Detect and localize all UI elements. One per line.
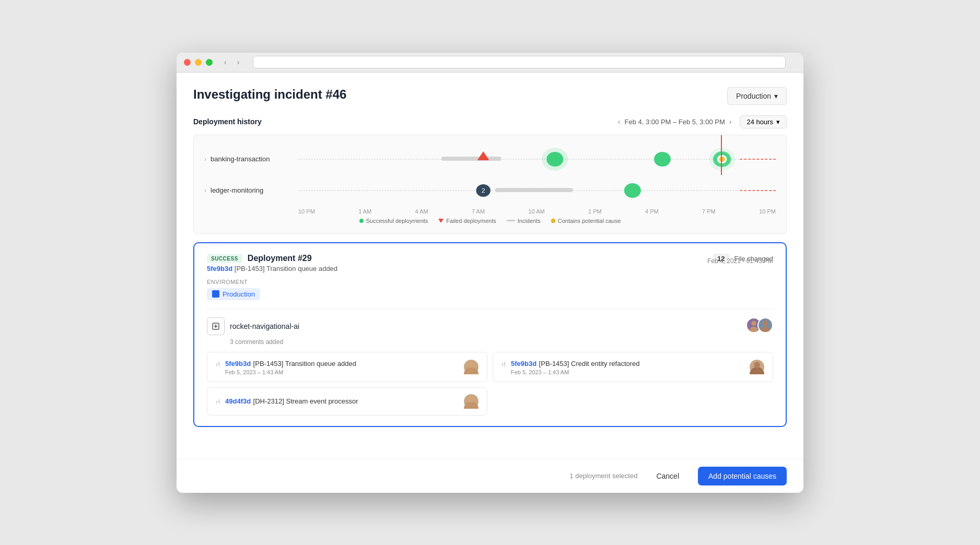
svg-point-19 (761, 326, 770, 332)
expand-icon: › (204, 187, 206, 194)
svg-point-25 (468, 396, 474, 402)
chart-svg-banking (298, 144, 776, 175)
selected-count: 1 deployment selected (569, 472, 637, 480)
commit-hash-link-0[interactable]: 5fe9b3d (225, 360, 251, 368)
repo-left: rocket-navigational-ai (207, 317, 299, 335)
svg-point-18 (763, 321, 767, 325)
titlebar: ‹ › (177, 53, 803, 73)
repo-section: rocket-navigational-ai (207, 317, 773, 335)
commit-card-1: ⑁ 5fe9b3d [PB-1453] Credit entity refact… (493, 352, 773, 382)
time-label-7: 7 PM (702, 208, 716, 215)
chart-row-content-ledger: 2 (298, 175, 776, 206)
env-name: Production (223, 290, 255, 298)
time-label-1: 1 AM (358, 208, 371, 215)
row-name: banking-transaction (211, 155, 270, 163)
deployment-card: SUCCESS Deployment #29 12 File changed F… (193, 242, 787, 427)
commit-card-left-2: ⑁ 49d4f3d [DH-2312] Stream event process… (216, 396, 358, 407)
chart-row-label-ledger[interactable]: › ledger-monitoring (204, 186, 298, 194)
commit-message-text-2: [DH-2312] Stream event processor (253, 397, 358, 405)
page-header: Investigating incident #46 Production ▾ (193, 87, 787, 105)
time-label-2: 4 AM (415, 208, 428, 215)
commit-hash-date-1: 5fe9b3d [PB-1453] Credit entity refactor… (511, 359, 640, 368)
chart-row-label-banking[interactable]: › banking-transaction (204, 155, 298, 163)
commit-branch-icon-0: ⑁ (216, 360, 220, 368)
commit-branch-icon-2: ⑁ (216, 397, 220, 406)
commit-branch-icon-1: ⑁ (501, 360, 506, 368)
commit-message-text-1: [PB-1453] Credit entity refactored (539, 360, 640, 368)
commit-hash-link-1[interactable]: 5fe9b3d (511, 360, 536, 368)
bottom-bar: 1 deployment selected Cancel Add potenti… (177, 459, 803, 493)
main-window: ‹ › Investigating incident #46 Productio… (177, 53, 803, 493)
commit-message: 5fe9b3d [PB-1453] Transition queue added (207, 265, 773, 272)
add-potential-causes-button[interactable]: Add potential causes (698, 467, 787, 485)
commit-card-left-1: ⑁ 5fe9b3d [PB-1453] Credit entity refact… (501, 359, 640, 375)
time-label-8: 10 PM (759, 208, 776, 215)
time-axis: 10 PM 1 AM 4 AM 7 AM 10 AM 1 PM 4 PM 7 P… (194, 208, 786, 215)
next-time-button[interactable]: › (729, 117, 732, 126)
back-button[interactable]: ‹ (221, 57, 230, 67)
legend-potential-cause-label: Contains potential cause (558, 218, 621, 224)
prev-time-button[interactable]: ‹ (618, 117, 621, 126)
expand-icon: › (204, 156, 206, 163)
comments-count: 3 comments added (230, 338, 773, 346)
repo-name: rocket-navigational-ai (230, 322, 299, 330)
commit-hash-date-0: 5fe9b3d [PB-1453] Transition queue added (225, 359, 356, 368)
time-range: ‹ Feb 4, 3:00 PM – Feb 5, 3:00 PM › (618, 117, 732, 126)
repo-icon (207, 317, 225, 335)
chart-row-ledger: › ledger-monitoring 2 (204, 175, 776, 206)
svg-point-13 (624, 183, 641, 198)
commit-hash-date-2: 49d4f3d [DH-2312] Stream event processor (225, 396, 358, 406)
commits-grid: ⑁ 5fe9b3d [PB-1453] Transition queue add… (207, 352, 773, 416)
chevron-down-icon: ▾ (776, 118, 780, 126)
legend-successful: Successful deployments (359, 218, 428, 224)
nav-buttons: ‹ › (221, 57, 242, 67)
chart-row-content-banking (298, 144, 776, 175)
legend-successful-label: Successful deployments (366, 218, 428, 224)
time-label-4: 10 AM (528, 208, 544, 215)
maximize-button[interactable] (206, 59, 213, 66)
forward-button[interactable]: › (234, 57, 243, 67)
chart-row-banking: › banking-transaction (204, 144, 776, 175)
hours-selector[interactable]: 24 hours ▾ (740, 115, 787, 128)
minimize-button[interactable] (195, 59, 202, 66)
legend-failed-label: Failed deployments (446, 218, 496, 224)
commit-card-2: ⑁ 49d4f3d [DH-2312] Stream event process… (207, 387, 487, 416)
svg-marker-1 (477, 151, 489, 160)
commit-msg-text: [PB-1453] Transition queue added (235, 265, 337, 272)
commit-card-0: ⑁ 5fe9b3d [PB-1453] Transition queue add… (207, 352, 487, 382)
time-label-0: 10 PM (298, 208, 315, 215)
production-selector[interactable]: Production ▾ (727, 87, 787, 105)
card-header-left: SUCCESS Deployment #29 (207, 254, 312, 263)
svg-point-22 (750, 367, 764, 374)
production-label: Production (736, 92, 771, 100)
time-label-6: 4 PM (645, 208, 659, 215)
commit-date-0: Feb 5, 2023 – 1:43 AM (225, 369, 356, 375)
cancel-button[interactable]: Cancel (648, 468, 687, 484)
svg-point-21 (468, 362, 474, 368)
time-range-label: Feb 4, 3:00 PM – Feb 5, 3:00 PM (625, 118, 725, 126)
svg-point-20 (464, 367, 479, 374)
deployment-history-title: Deployment history (193, 117, 262, 126)
incident-line-icon (507, 220, 515, 221)
row-name: ledger-monitoring (211, 186, 263, 194)
close-button[interactable] (184, 59, 191, 66)
commit-hash-link-2[interactable]: 49d4f3d (225, 397, 251, 405)
chart-area: › banking-transaction (193, 135, 787, 234)
legend-incidents-label: Incidents (518, 218, 541, 224)
legend-potential-cause: Contains potential cause (551, 218, 621, 224)
commit-avatar-0 (464, 360, 479, 374)
chevron-down-icon: ▾ (774, 92, 778, 100)
commit-hash: 5fe9b3d (207, 265, 232, 272)
address-bar[interactable] (253, 56, 786, 68)
status-badge: SUCCESS (207, 254, 242, 263)
commit-message-text-0: [PB-1453] Transition queue added (253, 360, 356, 368)
commit-date-1: Feb 5, 2023 – 1:43 AM (511, 369, 640, 375)
svg-point-8 (719, 157, 725, 162)
avatar-2 (757, 317, 773, 333)
avatars (746, 317, 773, 333)
chart-rows: › banking-transaction (194, 144, 786, 206)
page-content: Investigating incident #46 Production ▾ … (177, 73, 803, 459)
potential-cause-icon (551, 219, 555, 223)
svg-point-17 (750, 326, 759, 332)
production-env-icon (212, 290, 219, 298)
